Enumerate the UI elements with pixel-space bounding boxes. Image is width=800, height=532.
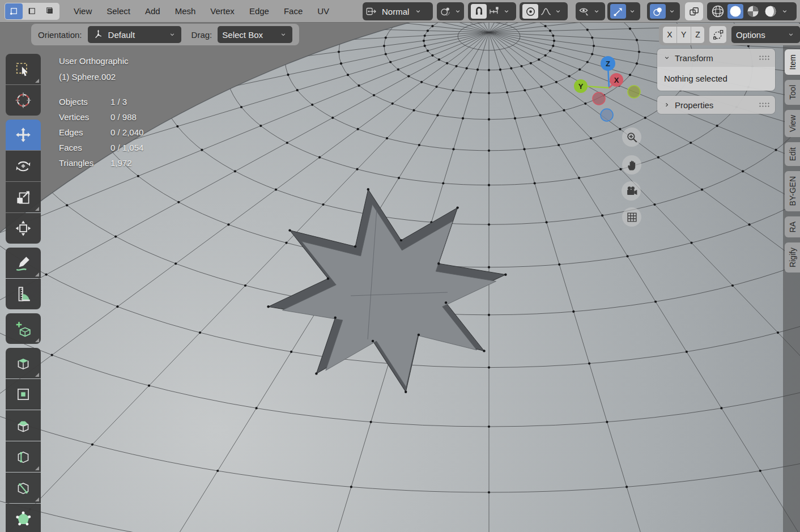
orientation-dropdown[interactable]: Default [88,26,181,43]
panel-grip-handle[interactable] [759,55,770,61]
overlays-toggle-button[interactable] [650,4,666,19]
chevron-right-icon [662,100,671,109]
face-select-mode-button[interactable] [41,3,59,19]
falloff-curve-icon[interactable] [540,6,552,18]
gizmo-axis-neg-handle[interactable] [628,86,640,98]
snap-target-icon[interactable] [488,6,500,18]
show-gizmo-dropdown[interactable] [576,2,605,20]
edge-select-mode-button[interactable] [23,3,41,19]
scale-tool-button[interactable] [6,182,41,212]
tab-tool[interactable]: Tool [785,80,800,105]
tab-ra[interactable]: RA [785,216,800,237]
menu-face[interactable]: Face [276,0,310,23]
vertex-select-mode-button[interactable] [5,3,23,19]
gizmo-axis-label: X [614,76,619,84]
subtool-indicator [35,373,39,377]
mesh-select-mode-buttons [5,3,59,20]
extrude-region-tool-button[interactable] [6,348,41,378]
rotate-tool-button[interactable] [6,151,41,181]
snap-toggle-button[interactable] [471,4,487,19]
gizmos-toggle-button[interactable] [610,4,626,19]
mirror-y-button[interactable]: Y [677,27,691,43]
chevron-down-icon [592,7,601,16]
subtool-indicator [35,497,39,501]
viewport-header: ViewSelectAddMeshVertexEdgeFaceUV Normal [0,0,800,23]
mirror-x-button[interactable]: X [663,27,677,43]
loop-cut-tool-button[interactable] [6,441,41,472]
options-dropdown[interactable]: Options [731,26,800,43]
proportional-projection-icon [712,29,724,41]
annotate-tool-button[interactable] [6,248,41,278]
show-gizmo-eye-icon [578,6,590,18]
transform-tool-button[interactable] [6,213,41,244]
bevel-tool-button[interactable] [6,410,41,441]
xray-toggle-button[interactable] [685,2,703,20]
chevron-down-icon [168,30,177,39]
chevron-down-icon [667,7,676,16]
move-tool-button[interactable] [6,120,41,150]
tab-label: RA [788,216,797,237]
header-menus: ViewSelectAddMeshVertexEdgeFaceUV [66,0,337,23]
sidebar-n-panel: Transform Nothing selected Properties [657,49,775,119]
tab-by-gen[interactable]: BY-GEN [785,171,800,211]
tweak-select-tool-button[interactable] [6,54,41,84]
drag-value: Select Box [222,30,263,40]
subtool-indicator [35,466,39,470]
inset-faces-tool-button[interactable] [6,379,41,410]
menu-edge[interactable]: Edge [242,0,276,23]
tool-group [6,54,41,116]
transform-panel-header[interactable]: Transform [657,49,775,67]
shading-material-button[interactable] [745,4,761,19]
tab-edit[interactable]: Edit [785,142,800,166]
drag-dropdown[interactable]: Select Box [218,26,292,43]
proportional-editing-group [520,2,568,20]
shading-solid-button[interactable] [727,4,743,19]
zoom-button[interactable] [622,127,641,147]
tool-group [6,120,41,244]
transform-panel-body: Nothing selected [657,67,775,91]
perspective-toggle-button[interactable] [622,207,641,227]
gizmo-axis-neg-handle[interactable] [601,109,613,121]
chevron-down-icon [662,53,671,62]
chevron-down-icon [279,30,288,39]
tab-item[interactable]: Item [785,49,800,75]
menu-select[interactable]: Select [99,0,138,23]
tool-group [6,348,41,532]
knife-tool-button[interactable] [6,473,41,503]
tab-view[interactable]: View [785,110,800,137]
menu-mesh[interactable]: Mesh [168,0,203,23]
measure-tool-button[interactable] [6,279,41,309]
tool-settings-bar-right: XYZ Options [659,24,800,45]
camera-view-button[interactable] [622,181,641,201]
poly-build-tool-button[interactable] [6,504,41,532]
subtool-indicator [35,338,39,342]
properties-panel-title: Properties [675,100,713,110]
proportional-projection-button[interactable] [709,26,726,43]
magnet-icon [473,6,485,18]
shading-wireframe-button[interactable] [710,4,726,19]
cursor-tool-button[interactable] [6,85,41,116]
gizmo-axis-neg-handle[interactable] [593,92,605,105]
overlays-icon [652,6,664,18]
menu-add[interactable]: Add [138,0,168,23]
shading-rendered-button[interactable] [763,4,778,19]
tab-rigify[interactable]: Rigify [785,242,800,273]
gizmo-axis-label: Y [578,82,584,91]
tool-group [6,248,41,309]
stats-value: 0 / 1,054 [110,140,143,155]
panel-grip-handle[interactable] [759,102,770,108]
properties-panel-header[interactable]: Properties [657,96,775,114]
pivot-point-dropdown[interactable] [437,2,464,20]
stats-row: Faces0 / 1,054 [59,140,143,155]
menu-view[interactable]: View [66,0,99,23]
tab-label: Rigify [788,242,797,273]
proportional-editing-toggle[interactable] [522,4,538,19]
transform-orientation-dropdown[interactable]: Normal [363,2,433,20]
pan-button[interactable] [622,155,641,175]
menu-vertex[interactable]: Vertex [203,0,242,23]
tab-label: BY-GEN [788,171,797,211]
mirror-z-button[interactable]: Z [691,27,705,43]
pivot-icon [440,6,452,18]
menu-uv[interactable]: UV [310,0,337,23]
add-cube-tool-button[interactable] [6,313,41,344]
